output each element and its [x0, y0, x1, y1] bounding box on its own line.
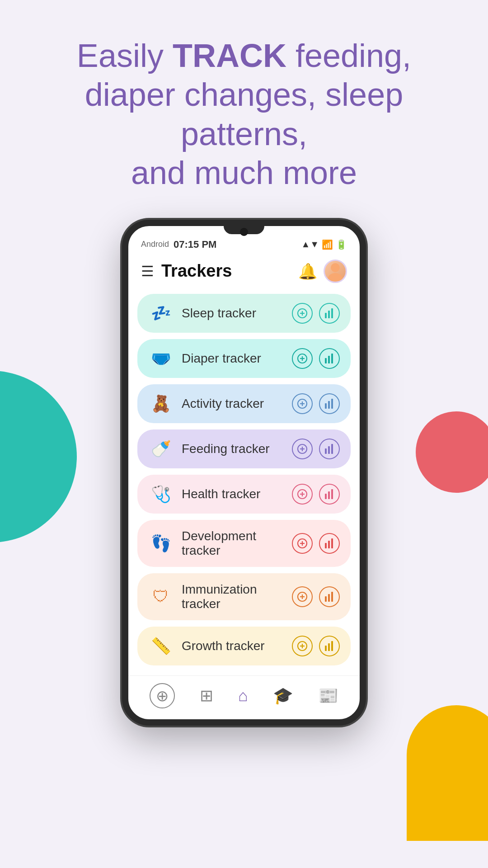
tracker-actions-feeding	[292, 439, 340, 459]
tracker-name-activity: Activity tracker	[182, 396, 284, 411]
add-button-growth[interactable]	[292, 636, 313, 656]
svg-point-1	[328, 273, 343, 281]
add-button-development[interactable]	[292, 533, 313, 554]
avatar-image	[325, 261, 345, 281]
add-button-diaper[interactable]	[292, 348, 313, 369]
tracker-actions-development	[292, 533, 340, 554]
svg-rect-35	[325, 543, 327, 548]
battery-icon: 🔋	[336, 239, 347, 250]
svg-rect-24	[328, 446, 330, 454]
phone-camera	[240, 228, 248, 236]
tracker-actions-diaper	[292, 348, 340, 369]
chart-button-feeding[interactable]	[319, 439, 340, 459]
tracker-actions-activity	[292, 393, 340, 414]
svg-rect-43	[331, 592, 333, 602]
tracker-card-sleep[interactable]: 💤Sleep tracker	[137, 294, 351, 333]
android-label: Android	[141, 240, 169, 249]
feeding-icon: 🍼	[148, 439, 174, 458]
tracker-card-growth[interactable]: 📏Growth tracker	[137, 627, 351, 665]
status-icons: ▲▼ 📶 🔋	[301, 239, 347, 250]
svg-rect-29	[325, 494, 327, 499]
svg-rect-17	[325, 403, 327, 409]
svg-rect-5	[325, 313, 327, 318]
hamburger-menu[interactable]: ☰	[141, 263, 154, 280]
svg-rect-36	[328, 541, 330, 548]
development-icon: 👣	[148, 534, 174, 553]
add-button-immunization[interactable]	[292, 586, 313, 607]
avatar[interactable]	[324, 259, 347, 283]
svg-rect-19	[331, 399, 333, 409]
svg-rect-42	[328, 594, 330, 602]
svg-rect-18	[328, 401, 330, 409]
hero-heading: Easily TRACK feeding, diaper changes, sl…	[27, 36, 461, 193]
chart-button-development[interactable]	[319, 533, 340, 554]
add-button-sleep[interactable]	[292, 303, 313, 324]
tracker-actions-growth	[292, 636, 340, 656]
tracker-card-development[interactable]: 👣Development tracker	[137, 520, 351, 567]
svg-rect-49	[331, 641, 333, 651]
tracker-card-feeding[interactable]: 🍼Feeding tracker	[137, 429, 351, 468]
nav-item-add[interactable]: ⊕	[150, 683, 175, 708]
svg-rect-48	[328, 643, 330, 651]
bottom-nav: ⊕ ⊞ ⌂ 🎓 📰	[128, 675, 360, 719]
nav-item-news[interactable]: 📰	[318, 686, 338, 705]
add-button-health[interactable]	[292, 484, 313, 505]
svg-point-0	[331, 263, 340, 272]
app-title: Trackers	[161, 261, 291, 281]
svg-rect-37	[331, 538, 333, 548]
home-icon: ⌂	[238, 686, 248, 705]
add-button-activity[interactable]	[292, 393, 313, 414]
tracker-name-immunization: Immunization tracker	[182, 582, 284, 611]
tracker-list: 💤Sleep tracker🩲Diaper tracker🧸Activity t…	[128, 291, 360, 673]
tracker-name-growth: Growth tracker	[182, 639, 284, 653]
immunization-icon: 🛡	[148, 587, 174, 606]
svg-rect-6	[328, 311, 330, 318]
growth-icon: 📏	[148, 637, 174, 656]
tracker-name-feeding: Feeding tracker	[182, 442, 284, 456]
phone-frame: Android 07:15 PM ▲▼ 📶 🔋 ☰ Trackers 🔔	[122, 220, 366, 726]
activity-icon: 🧸	[148, 394, 174, 413]
decorative-yellow-shape	[407, 705, 488, 841]
svg-rect-47	[325, 646, 327, 651]
status-time: 07:15 PM	[174, 239, 216, 250]
tracker-name-health: Health tracker	[182, 487, 284, 501]
tracker-actions-health	[292, 484, 340, 505]
tracker-name-diaper: Diaper tracker	[182, 351, 284, 366]
wifi-icon: 📶	[322, 239, 333, 250]
nav-item-home[interactable]: ⌂	[238, 686, 248, 705]
chart-button-immunization[interactable]	[319, 586, 340, 607]
phone-mockup: Android 07:15 PM ▲▼ 📶 🔋 ☰ Trackers 🔔	[0, 220, 488, 726]
tracker-name-development: Development tracker	[182, 529, 284, 558]
add-button-feeding[interactable]	[292, 439, 313, 459]
tracker-card-diaper[interactable]: 🩲Diaper tracker	[137, 339, 351, 378]
svg-rect-23	[325, 448, 327, 454]
chart-button-diaper[interactable]	[319, 348, 340, 369]
tracker-card-health[interactable]: 🩺Health tracker	[137, 475, 351, 514]
svg-rect-25	[331, 444, 333, 454]
chart-button-activity[interactable]	[319, 393, 340, 414]
svg-rect-11	[325, 358, 327, 363]
svg-rect-41	[325, 596, 327, 602]
svg-rect-13	[331, 354, 333, 363]
tracker-card-immunization[interactable]: 🛡Immunization tracker	[137, 573, 351, 620]
grid-icon: ⊞	[200, 686, 213, 705]
bell-icon[interactable]: 🔔	[298, 262, 317, 280]
tracker-card-activity[interactable]: 🧸Activity tracker	[137, 384, 351, 423]
chart-button-growth[interactable]	[319, 636, 340, 656]
app-header: ☰ Trackers 🔔	[128, 254, 360, 291]
diaper-icon: 🩲	[148, 349, 174, 368]
health-icon: 🩺	[148, 485, 174, 504]
nav-item-grid[interactable]: ⊞	[200, 686, 213, 705]
svg-rect-12	[328, 356, 330, 363]
nav-item-learn[interactable]: 🎓	[273, 686, 293, 705]
nav-add-icon[interactable]: ⊕	[150, 683, 175, 708]
zzz-icon: 💤	[148, 304, 174, 323]
svg-rect-31	[331, 489, 333, 499]
chart-button-sleep[interactable]	[319, 303, 340, 324]
signal-icon: ▲▼	[301, 239, 319, 250]
svg-rect-7	[331, 308, 333, 318]
svg-rect-30	[328, 491, 330, 499]
chart-button-health[interactable]	[319, 484, 340, 505]
hero-section: Easily TRACK feeding, diaper changes, sl…	[0, 0, 488, 215]
header-icons: 🔔	[298, 259, 347, 283]
